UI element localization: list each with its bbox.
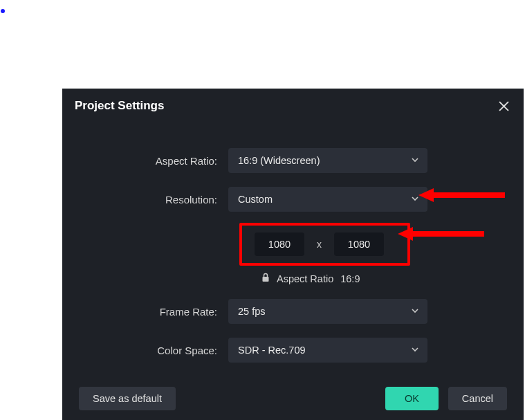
dialog-footer: Save as default OK Cancel xyxy=(62,377,524,420)
aspect-ratio-value: 16:9 (Widescreen) xyxy=(238,155,320,166)
decorative-dot xyxy=(1,9,5,13)
svg-rect-2 xyxy=(263,277,269,282)
chevron-down-icon xyxy=(411,306,419,317)
resolution-select[interactable]: Custom xyxy=(228,187,427,212)
resolution-row: Resolution: Custom xyxy=(90,187,496,212)
chevron-down-icon xyxy=(411,155,419,166)
close-button[interactable] xyxy=(496,98,511,113)
frame-rate-value: 25 fps xyxy=(238,306,266,317)
dialog-header: Project Settings xyxy=(62,89,524,119)
frame-rate-row: Frame Rate: 25 fps xyxy=(90,299,496,324)
aspect-ratio-row: Aspect Ratio: 16:9 (Widescreen) xyxy=(90,148,496,173)
height-input[interactable] xyxy=(334,232,384,256)
resolution-value: Custom xyxy=(238,194,273,205)
project-settings-dialog: Project Settings Aspect Ratio: 16:9 (Wid… xyxy=(62,89,524,420)
color-space-row: Color Space: SDR - Rec.709 xyxy=(90,338,496,363)
color-space-label: Color Space: xyxy=(90,345,228,356)
aspect-lock-row: Aspect Ratio 16:9 xyxy=(261,273,496,285)
form-area: Aspect Ratio: 16:9 (Widescreen) Resoluti… xyxy=(62,119,524,363)
dialog-title: Project Settings xyxy=(75,99,164,113)
close-icon xyxy=(499,101,509,111)
chevron-down-icon xyxy=(411,194,419,205)
frame-rate-select[interactable]: 25 fps xyxy=(228,299,427,324)
frame-rate-label: Frame Rate: xyxy=(90,306,228,318)
ok-button[interactable]: OK xyxy=(385,387,439,410)
footer-right-group: OK Cancel xyxy=(385,387,507,410)
width-input[interactable] xyxy=(255,232,304,256)
color-space-value: SDR - Rec.709 xyxy=(238,345,306,356)
color-space-select[interactable]: SDR - Rec.709 xyxy=(228,338,427,363)
resolution-label: Resolution: xyxy=(90,194,228,206)
chevron-down-icon xyxy=(411,345,419,356)
save-as-default-button[interactable]: Save as default xyxy=(79,387,176,410)
lock-icon xyxy=(261,273,270,285)
size-separator: x xyxy=(317,239,322,250)
aspect-ratio-label: Aspect Ratio: xyxy=(90,155,228,167)
aspect-lock-value: 16:9 xyxy=(340,273,360,284)
aspect-ratio-select[interactable]: 16:9 (Widescreen) xyxy=(228,148,427,173)
custom-size-row: x xyxy=(90,223,496,266)
cancel-button[interactable]: Cancel xyxy=(448,387,507,410)
aspect-lock-label: Aspect Ratio xyxy=(277,273,333,284)
custom-size-highlight: x xyxy=(239,223,410,266)
